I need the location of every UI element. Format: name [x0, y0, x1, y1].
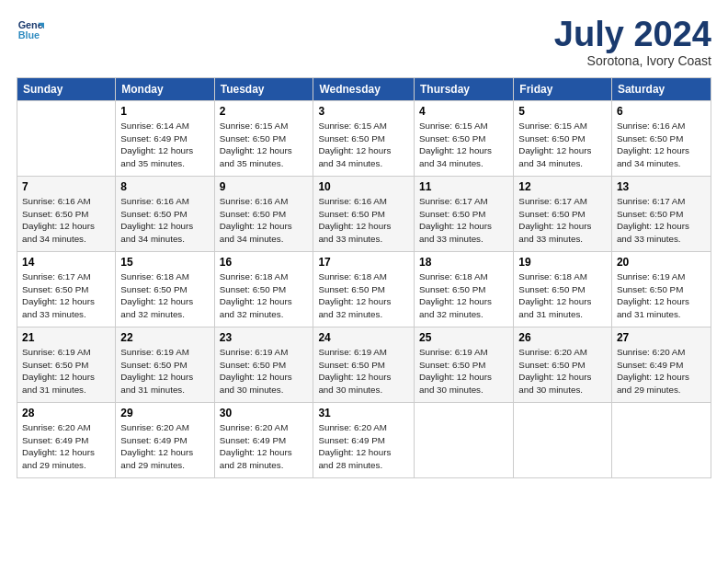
day-number: 25 — [419, 331, 508, 344]
week-row-5: 28Sunrise: 6:20 AM Sunset: 6:49 PM Dayli… — [17, 403, 711, 478]
week-row-3: 14Sunrise: 6:17 AM Sunset: 6:50 PM Dayli… — [17, 252, 711, 327]
day-number: 21 — [22, 331, 110, 344]
day-number: 3 — [318, 105, 409, 118]
day-number: 5 — [518, 105, 607, 118]
day-cell: 15Sunrise: 6:18 AM Sunset: 6:50 PM Dayli… — [116, 252, 214, 327]
day-number: 10 — [318, 180, 409, 193]
logo-icon: General Blue — [17, 17, 44, 44]
day-info: Sunrise: 6:16 AM Sunset: 6:50 PM Dayligh… — [22, 195, 110, 246]
day-cell: 9Sunrise: 6:16 AM Sunset: 6:50 PM Daylig… — [214, 177, 313, 252]
day-number: 14 — [22, 256, 110, 269]
day-info: Sunrise: 6:16 AM Sunset: 6:50 PM Dayligh… — [318, 195, 409, 246]
day-info: Sunrise: 6:14 AM Sunset: 6:49 PM Dayligh… — [120, 120, 209, 170]
day-cell: 20Sunrise: 6:19 AM Sunset: 6:50 PM Dayli… — [611, 252, 711, 327]
day-cell: 30Sunrise: 6:20 AM Sunset: 6:49 PM Dayli… — [214, 403, 313, 478]
day-info: Sunrise: 6:19 AM Sunset: 6:50 PM Dayligh… — [617, 270, 706, 321]
day-number: 15 — [120, 256, 209, 269]
day-info: Sunrise: 6:19 AM Sunset: 6:50 PM Dayligh… — [419, 346, 508, 396]
day-number: 1 — [120, 105, 209, 118]
day-number: 16 — [220, 256, 309, 269]
col-monday: Monday — [116, 78, 214, 101]
day-cell: 29Sunrise: 6:20 AM Sunset: 6:49 PM Dayli… — [116, 403, 214, 478]
day-number: 17 — [318, 256, 409, 269]
col-wednesday: Wednesday — [313, 78, 415, 101]
day-cell: 16Sunrise: 6:18 AM Sunset: 6:50 PM Dayli… — [214, 252, 313, 327]
day-info: Sunrise: 6:18 AM Sunset: 6:50 PM Dayligh… — [518, 270, 607, 321]
day-cell: 6Sunrise: 6:16 AM Sunset: 6:50 PM Daylig… — [611, 101, 711, 177]
day-number: 26 — [518, 331, 607, 344]
day-cell: 1Sunrise: 6:14 AM Sunset: 6:49 PM Daylig… — [116, 101, 214, 177]
day-cell: 26Sunrise: 6:20 AM Sunset: 6:50 PM Dayli… — [514, 327, 612, 403]
calendar-page: General Blue July 2024 Sorotona, Ivory C… — [0, 0, 728, 563]
day-number: 30 — [220, 407, 309, 419]
day-number: 18 — [419, 256, 508, 269]
day-info: Sunrise: 6:15 AM Sunset: 6:50 PM Dayligh… — [419, 120, 508, 170]
day-cell: 7Sunrise: 6:16 AM Sunset: 6:50 PM Daylig… — [17, 177, 116, 252]
day-info: Sunrise: 6:19 AM Sunset: 6:50 PM Dayligh… — [120, 346, 209, 396]
day-info: Sunrise: 6:16 AM Sunset: 6:50 PM Dayligh… — [220, 195, 309, 246]
day-info: Sunrise: 6:20 AM Sunset: 6:50 PM Dayligh… — [518, 346, 607, 396]
logo: General Blue — [17, 17, 44, 44]
col-thursday: Thursday — [415, 78, 514, 101]
day-number: 27 — [617, 331, 706, 344]
calendar-table: Sunday Monday Tuesday Wednesday Thursday… — [17, 77, 711, 478]
day-number: 4 — [419, 105, 508, 118]
day-cell: 17Sunrise: 6:18 AM Sunset: 6:50 PM Dayli… — [313, 252, 415, 327]
day-info: Sunrise: 6:17 AM Sunset: 6:50 PM Dayligh… — [22, 270, 110, 321]
day-number: 6 — [617, 105, 706, 118]
day-number: 20 — [617, 256, 706, 269]
day-info: Sunrise: 6:18 AM Sunset: 6:50 PM Dayligh… — [318, 270, 409, 321]
day-number: 2 — [220, 105, 309, 118]
svg-text:Blue: Blue — [18, 29, 40, 40]
col-friday: Friday — [514, 78, 612, 101]
day-cell: 8Sunrise: 6:16 AM Sunset: 6:50 PM Daylig… — [116, 177, 214, 252]
day-cell: 28Sunrise: 6:20 AM Sunset: 6:49 PM Dayli… — [17, 403, 116, 478]
week-row-4: 21Sunrise: 6:19 AM Sunset: 6:50 PM Dayli… — [17, 327, 711, 403]
day-number: 13 — [617, 180, 706, 193]
day-cell — [611, 403, 711, 478]
day-number: 24 — [318, 331, 409, 344]
day-info: Sunrise: 6:19 AM Sunset: 6:50 PM Dayligh… — [220, 346, 309, 396]
day-number: 22 — [120, 331, 209, 344]
day-cell: 12Sunrise: 6:17 AM Sunset: 6:50 PM Dayli… — [514, 177, 612, 252]
day-cell: 14Sunrise: 6:17 AM Sunset: 6:50 PM Dayli… — [17, 252, 116, 327]
day-cell: 19Sunrise: 6:18 AM Sunset: 6:50 PM Dayli… — [514, 252, 612, 327]
day-number: 7 — [22, 180, 110, 193]
day-info: Sunrise: 6:20 AM Sunset: 6:49 PM Dayligh… — [22, 421, 110, 472]
day-number: 8 — [120, 180, 209, 193]
day-info: Sunrise: 6:15 AM Sunset: 6:50 PM Dayligh… — [518, 120, 607, 170]
day-cell: 5Sunrise: 6:15 AM Sunset: 6:50 PM Daylig… — [514, 101, 612, 177]
day-cell: 2Sunrise: 6:15 AM Sunset: 6:50 PM Daylig… — [214, 101, 313, 177]
day-info: Sunrise: 6:18 AM Sunset: 6:50 PM Dayligh… — [220, 270, 309, 321]
day-cell: 22Sunrise: 6:19 AM Sunset: 6:50 PM Dayli… — [116, 327, 214, 403]
col-tuesday: Tuesday — [214, 78, 313, 101]
day-info: Sunrise: 6:20 AM Sunset: 6:49 PM Dayligh… — [220, 421, 309, 472]
day-cell — [17, 101, 116, 177]
day-info: Sunrise: 6:18 AM Sunset: 6:50 PM Dayligh… — [419, 270, 508, 321]
day-cell: 10Sunrise: 6:16 AM Sunset: 6:50 PM Dayli… — [313, 177, 415, 252]
title-block: July 2024 Sorotona, Ivory Coast — [554, 17, 711, 68]
day-cell: 3Sunrise: 6:15 AM Sunset: 6:50 PM Daylig… — [313, 101, 415, 177]
day-cell: 18Sunrise: 6:18 AM Sunset: 6:50 PM Dayli… — [415, 252, 514, 327]
day-info: Sunrise: 6:20 AM Sunset: 6:49 PM Dayligh… — [318, 421, 409, 472]
day-number: 11 — [419, 180, 508, 193]
day-cell: 23Sunrise: 6:19 AM Sunset: 6:50 PM Dayli… — [214, 327, 313, 403]
day-cell: 11Sunrise: 6:17 AM Sunset: 6:50 PM Dayli… — [415, 177, 514, 252]
day-number: 29 — [120, 407, 209, 419]
header: General Blue July 2024 Sorotona, Ivory C… — [17, 17, 711, 68]
day-number: 31 — [318, 407, 409, 419]
day-cell: 31Sunrise: 6:20 AM Sunset: 6:49 PM Dayli… — [313, 403, 415, 478]
day-cell: 24Sunrise: 6:19 AM Sunset: 6:50 PM Dayli… — [313, 327, 415, 403]
col-saturday: Saturday — [611, 78, 711, 101]
day-number: 23 — [220, 331, 309, 344]
day-cell: 13Sunrise: 6:17 AM Sunset: 6:50 PM Dayli… — [611, 177, 711, 252]
day-info: Sunrise: 6:16 AM Sunset: 6:50 PM Dayligh… — [617, 120, 706, 170]
day-cell: 25Sunrise: 6:19 AM Sunset: 6:50 PM Dayli… — [415, 327, 514, 403]
day-cell — [514, 403, 612, 478]
day-info: Sunrise: 6:15 AM Sunset: 6:50 PM Dayligh… — [318, 120, 409, 170]
day-number: 9 — [220, 180, 309, 193]
day-info: Sunrise: 6:19 AM Sunset: 6:50 PM Dayligh… — [22, 346, 110, 396]
day-cell — [415, 403, 514, 478]
day-number: 19 — [518, 256, 607, 269]
month-title: July 2024 — [554, 17, 711, 52]
